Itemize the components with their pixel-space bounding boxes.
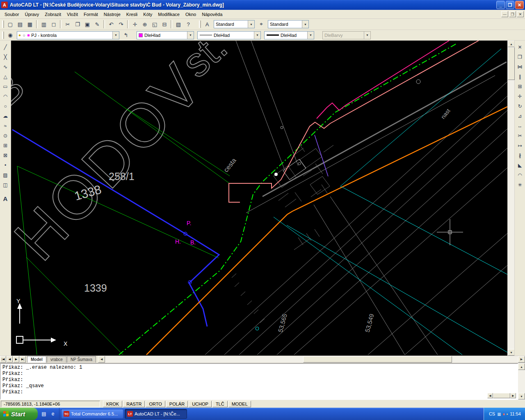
magenta-point-labels[interactable]: P. H. B. xyxy=(175,220,196,246)
redo-icon[interactable]: ↷ xyxy=(116,20,126,29)
undo-icon[interactable]: ↶ xyxy=(107,20,116,29)
menu-item[interactable]: Okno xyxy=(183,11,199,18)
pink-takeline-polyline[interactable] xyxy=(317,41,449,119)
polygon-icon[interactable]: △ xyxy=(1,72,10,81)
erase-icon[interactable]: ✕ xyxy=(516,43,525,52)
match-properties-icon[interactable]: ✎ xyxy=(93,20,102,29)
revision-cloud-icon[interactable]: ☁ xyxy=(1,112,10,121)
copy-object-icon[interactable]: ❐ xyxy=(516,52,525,62)
minimize-button[interactable]: _ xyxy=(496,1,505,9)
next-tab-icon[interactable]: ▶ xyxy=(13,356,19,363)
new-icon[interactable]: ▢ xyxy=(6,20,15,29)
chevron-down-icon[interactable]: ▼ xyxy=(307,32,314,39)
pan-icon[interactable]: ✛ xyxy=(130,20,139,29)
scroll-up-icon[interactable]: ▲ xyxy=(518,363,525,370)
extend-icon[interactable]: ↦ xyxy=(516,141,525,150)
start-button[interactable]: Start xyxy=(0,408,38,420)
quick-launch-icon-1[interactable]: ▤ xyxy=(40,410,48,418)
array-icon[interactable]: ⊞ xyxy=(516,82,525,91)
color-select[interactable]: DleHlad ▼ xyxy=(137,31,194,39)
command-history[interactable]: Příkaz: _.erase nalezeno: 1Příkaz:Příkaz… xyxy=(0,363,518,399)
make-object-layer-current-icon[interactable]: ↰ xyxy=(121,31,130,40)
chevron-down-icon[interactable]: ▼ xyxy=(112,32,119,39)
save-icon[interactable]: ▦ xyxy=(25,20,34,29)
fillet-icon[interactable]: ◠ xyxy=(516,171,525,180)
chevron-down-icon[interactable]: ▼ xyxy=(302,21,308,28)
dim-style-select[interactable]: Standard ▼ xyxy=(268,20,309,28)
scale-icon[interactable]: ⊿ xyxy=(516,112,525,121)
orange-utility-polyline[interactable] xyxy=(146,107,507,355)
menu-item[interactable]: Kóty xyxy=(140,11,155,18)
prev-tab-icon[interactable]: ◀ xyxy=(7,356,13,363)
offset-icon[interactable]: ∥ xyxy=(516,72,525,81)
status-toggle-button[interactable]: MODEL xyxy=(228,401,251,407)
scroll-left-icon[interactable]: ◀ xyxy=(98,356,105,363)
open-icon[interactable]: ▤ xyxy=(16,20,25,29)
scroll-up-icon[interactable]: ▲ xyxy=(508,41,515,47)
menu-item[interactable]: Zobrazit xyxy=(42,11,64,18)
explode-icon[interactable]: ✳ xyxy=(516,180,525,189)
layers-icon[interactable]: ◉ xyxy=(6,31,15,40)
lineweight-select[interactable]: DleHlad ▼ xyxy=(264,31,314,39)
scroll-left-icon[interactable]: ◀ xyxy=(487,393,493,398)
zoom-previous-icon[interactable]: ⊟ xyxy=(160,20,169,29)
insert-block-icon[interactable]: ⊞ xyxy=(1,141,10,150)
road-lines[interactable] xyxy=(205,41,507,355)
command-horizontal-scrollbar[interactable]: ◀ ▶ xyxy=(487,393,516,398)
chamfer-icon[interactable]: ◣ xyxy=(516,161,525,170)
vertical-scrollbar-track[interactable] xyxy=(508,47,514,349)
zoom-window-icon[interactable]: ◱ xyxy=(150,20,159,29)
chevron-down-icon[interactable]: ▼ xyxy=(248,21,254,28)
toolbar-grip[interactable] xyxy=(199,21,201,28)
first-tab-icon[interactable]: |◀ xyxy=(0,356,6,363)
last-tab-icon[interactable]: ▶| xyxy=(20,356,26,363)
rectangle-icon[interactable]: ▭ xyxy=(1,82,10,91)
menu-item[interactable]: Nástroje xyxy=(101,11,123,18)
rotate-icon[interactable]: ↻ xyxy=(516,102,525,111)
vertical-scrollbar[interactable]: ▲ ▼ xyxy=(507,41,514,356)
linetype-select[interactable]: DleHlad ▼ xyxy=(197,31,261,39)
restore-button[interactable]: ❐ xyxy=(506,1,514,9)
drawing-canvas[interactable]: HODOV st. B xyxy=(11,41,507,356)
tray-icon-2[interactable]: ♦ xyxy=(503,412,505,416)
tray-icon-1[interactable]: ▦ xyxy=(497,412,501,416)
command-hscroll-thumb[interactable] xyxy=(493,393,510,398)
menu-item[interactable]: Nápověda xyxy=(199,11,225,18)
command-vertical-scrollbar[interactable]: ▲ ▼ xyxy=(518,363,525,399)
mirror-icon[interactable]: ⋈ xyxy=(516,62,525,71)
zoom-realtime-icon[interactable]: ⊕ xyxy=(140,20,149,29)
stretch-icon[interactable]: ↔ xyxy=(516,121,525,130)
scroll-down-icon[interactable]: ▼ xyxy=(508,349,515,356)
horizontal-scrollbar-track[interactable] xyxy=(105,356,518,363)
menu-item[interactable]: Vložit xyxy=(64,11,81,18)
region-icon[interactable]: ◫ xyxy=(1,180,10,189)
layout-tab[interactable]: Model xyxy=(27,356,46,363)
language-indicator[interactable]: CS xyxy=(489,411,495,416)
mdi-close-button[interactable]: ✕ xyxy=(517,11,524,17)
spline-icon[interactable]: ≈ xyxy=(1,121,10,130)
horizontal-scrollbar[interactable]: ◀ ▶ xyxy=(98,356,525,363)
text-style-select[interactable]: Standard ▼ xyxy=(214,20,255,28)
print-preview-icon[interactable]: ◻ xyxy=(49,20,58,29)
vertical-scrollbar-thumb[interactable] xyxy=(508,47,515,80)
ellipse-icon[interactable]: ⊙ xyxy=(1,131,10,140)
plot-icon[interactable]: ▥ xyxy=(39,20,48,29)
chevron-down-icon[interactable]: ▼ xyxy=(254,32,260,39)
status-toggle-button[interactable]: RASTR xyxy=(123,401,145,407)
menu-item[interactable]: Kresli xyxy=(123,11,141,18)
scroll-down-icon[interactable]: ▼ xyxy=(518,393,525,399)
circle-icon[interactable]: ○ xyxy=(1,102,10,111)
status-toggle-button[interactable]: POLÁR xyxy=(166,401,188,407)
scroll-right-icon[interactable]: ▶ xyxy=(510,393,516,398)
paste-icon[interactable]: ▣ xyxy=(83,20,92,29)
toolbar-grip[interactable] xyxy=(2,32,4,39)
mdi-restore-button[interactable]: ❐ xyxy=(509,11,516,17)
properties-icon[interactable]: ▧ xyxy=(174,20,183,29)
violet-segment[interactable] xyxy=(315,135,328,176)
scroll-right-icon[interactable]: ▶ xyxy=(518,356,525,363)
multiline-text-icon[interactable]: A xyxy=(1,194,10,203)
layout-tab[interactable]: NP Šumava xyxy=(67,356,96,363)
toolbar-grip[interactable] xyxy=(2,21,4,28)
taskbar-task-button[interactable]: LT AutoCAD LT - [N:\Če... xyxy=(125,409,187,419)
close-button[interactable]: ✕ xyxy=(515,1,524,9)
